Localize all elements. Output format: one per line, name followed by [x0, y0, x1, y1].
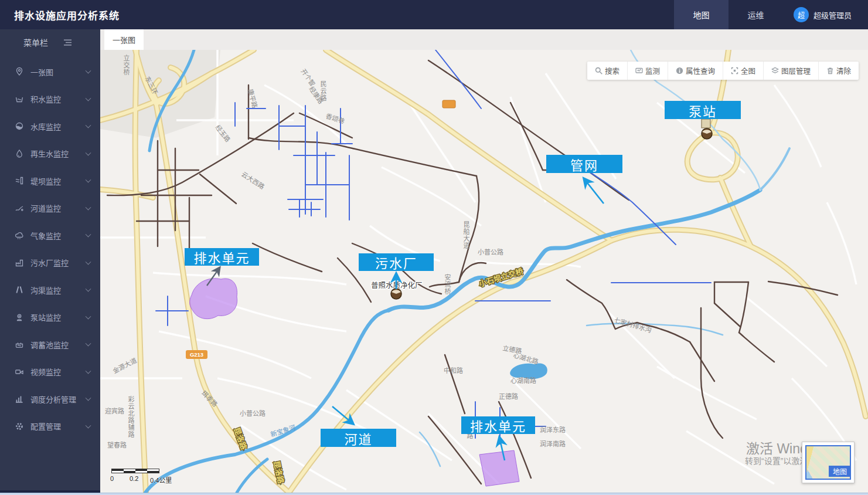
sidebar-item-dispatch-analysis[interactable]: 调度分析管理 — [0, 385, 100, 413]
attribute-query-button[interactable]: 属性查询 — [668, 62, 723, 80]
chevron-down-icon — [86, 259, 91, 265]
svg-text:立交桥: 立交桥 — [122, 54, 130, 76]
video-icon — [14, 367, 24, 377]
callout-pump-station[interactable]: 泵站 — [665, 101, 741, 119]
overview-minimap[interactable]: 地图 — [802, 442, 855, 483]
bottom-strip — [0, 493, 868, 495]
settings-icon — [14, 421, 24, 431]
user-name: 超级管理员 — [813, 9, 852, 21]
sidebar-item-pump-station[interactable]: 泵站监控 — [0, 304, 100, 331]
sewage-plant-marker[interactable] — [391, 289, 401, 299]
full-extent-icon — [731, 67, 738, 74]
callout-river[interactable]: 河道 — [321, 429, 396, 447]
search-button[interactable]: 搜索 — [587, 62, 627, 80]
sidebar-item-reservoir[interactable]: 水库监控 — [0, 113, 100, 140]
chevron-down-icon — [86, 123, 91, 128]
svg-text:昆船大道: 昆船大道 — [462, 221, 470, 249]
chevron-down-icon — [86, 395, 91, 401]
sidebar-item-river[interactable]: 河道监控 — [0, 195, 100, 222]
search-icon — [595, 67, 603, 74]
channel-icon — [14, 285, 24, 295]
header-tab-ops[interactable]: 运维 — [729, 0, 783, 29]
svg-text:小普公路: 小普公路 — [478, 248, 503, 256]
chevron-down-icon — [86, 150, 91, 155]
layer-manager-icon — [771, 67, 779, 74]
sidebar-title: 菜单栏 — [23, 36, 48, 48]
svg-text:心湖南路: 心湖南路 — [510, 377, 536, 384]
content-tab-bar: 一张图 — [100, 29, 868, 50]
sidebar-item-waterlogging[interactable]: 积水监控 — [0, 86, 100, 113]
clear-icon — [826, 67, 834, 74]
weather-icon — [14, 230, 24, 240]
callout-drainage-unit-2[interactable]: 排水单元 — [461, 416, 535, 434]
svg-text:润泽东路: 润泽东路 — [540, 426, 566, 433]
svg-text:迎宾路: 迎宾路 — [105, 407, 124, 415]
svg-text:小普公路: 小普公路 — [240, 409, 265, 417]
svg-text:民云路: 民云路 — [319, 80, 327, 101]
chevron-down-icon — [86, 368, 91, 374]
svg-text:润泽南路: 润泽南路 — [540, 440, 566, 447]
sidebar-item-weather[interactable]: 气象监控 — [0, 222, 100, 249]
map-toolbar: 搜索 监测 属性查询 全图 图层管理 清除 — [587, 62, 859, 80]
chevron-down-icon — [86, 232, 91, 238]
map-icon — [14, 67, 24, 77]
callout-pipe-network[interactable]: 管网 — [546, 155, 622, 173]
scale-tick-0: 0 — [110, 475, 114, 482]
attribute-query-icon — [676, 67, 683, 74]
bottom-strip-dark — [0, 490, 100, 493]
layer-manager-button[interactable]: 图层管理 — [763, 62, 818, 80]
chevron-down-icon — [86, 341, 91, 347]
waterlogging-icon — [14, 94, 24, 104]
sidebar-item-one-map[interactable]: 一张图 — [0, 58, 100, 86]
tab-one-map[interactable]: 一张图 — [104, 29, 144, 50]
collapse-menu-icon[interactable] — [63, 39, 72, 46]
sidebar-menu: 一张图 积水监控 水库监控 再生水监控 堤坝监控 河道监控 — [0, 58, 100, 440]
svg-text:正德路: 正德路 — [499, 392, 518, 400]
sidebar-item-storage-tank[interactable]: 调蓄池监控 — [0, 331, 100, 358]
river-icon — [14, 203, 24, 213]
sidebar-item-settings[interactable]: 配置管理 — [0, 413, 100, 440]
sidebar-item-channel[interactable]: 沟渠监控 — [0, 276, 100, 304]
sidebar-item-recycled-water[interactable]: 再生水监控 — [0, 140, 100, 168]
dispatch-analysis-icon — [14, 394, 24, 404]
app-title: 排水设施应用分析系统 — [14, 8, 120, 22]
callout-sewage-plant[interactable]: 污水厂 — [359, 253, 434, 271]
drainage-analysis-app: 排水设施应用分析系统 地图 运维 超 超级管理员 菜单栏 一张图 积水监控 — [0, 0, 868, 495]
clear-button[interactable]: 清除 — [818, 62, 859, 80]
scale-tick-04: 0.4公里 — [150, 475, 172, 484]
recycled-water-icon — [14, 148, 24, 158]
pump-station-icon — [14, 312, 24, 322]
reservoir-icon — [14, 121, 24, 131]
callout-drainage-unit-1[interactable]: 排水单元 — [185, 248, 259, 266]
avatar[interactable]: 超 — [794, 7, 809, 22]
monitor-button[interactable]: 监测 — [627, 62, 668, 80]
map-view[interactable]: G213 立交桥 东三环 经玉路 康平路 经康路 开个智 民云路 香颂巷 云大西… — [100, 50, 868, 493]
chevron-down-icon — [86, 177, 91, 183]
svg-text:中和路: 中和路 — [444, 367, 463, 374]
scale-tick-02: 0.2 — [130, 475, 138, 482]
chevron-down-icon — [86, 313, 91, 319]
storage-tank-icon — [14, 340, 24, 350]
svg-text:望春路: 望春路 — [107, 442, 127, 449]
user-menu[interactable]: 超 超级管理员 — [794, 7, 852, 22]
chevron-down-icon — [86, 95, 91, 101]
svg-text:彩云北路辅路: 彩云北路辅路 — [127, 396, 135, 438]
road-badge-g213: G213 — [190, 351, 203, 358]
sidebar-item-dam[interactable]: 堤坝监控 — [0, 167, 100, 195]
chevron-down-icon — [86, 422, 91, 428]
minimap-label[interactable]: 地图 — [829, 466, 851, 477]
chevron-down-icon — [86, 286, 91, 292]
chevron-down-icon — [86, 204, 91, 210]
svg-text:安流桥: 安流桥 — [444, 273, 451, 295]
header-tab-map[interactable]: 地图 — [674, 0, 729, 29]
monitor-icon — [635, 67, 643, 74]
map-scale-bar: 0 0.2 0.4公里 — [111, 469, 182, 483]
sidebar: 菜单栏 一张图 积水监控 水库监控 再生水监控 — [0, 29, 100, 493]
full-extent-button[interactable]: 全图 — [723, 62, 763, 80]
sewage-plant-icon — [14, 257, 24, 267]
sidebar-item-sewage-plant[interactable]: 污水厂监控 — [0, 249, 100, 277]
chevron-down-icon — [86, 68, 91, 74]
sidebar-item-video[interactable]: 视频监控 — [0, 358, 100, 386]
dam-icon — [14, 176, 24, 186]
app-header: 排水设施应用分析系统 地图 运维 超 超级管理员 — [0, 0, 868, 29]
